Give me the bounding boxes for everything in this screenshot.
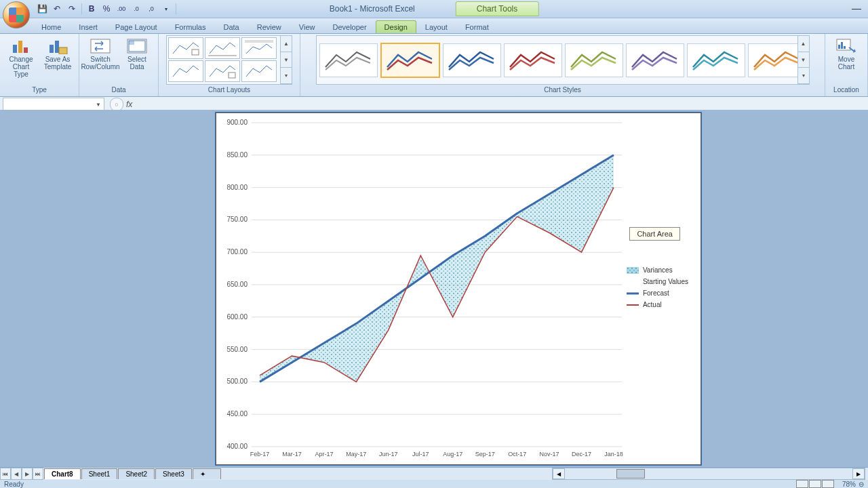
layout-thumb-5[interactable] [205, 60, 240, 82]
svg-text:Jul-17: Jul-17 [412, 451, 429, 458]
svg-rect-18 [844, 46, 846, 49]
undo-icon[interactable]: ↶ [52, 3, 62, 14]
sheet-tab-3[interactable]: Sheet3 [155, 468, 192, 479]
chart-legend[interactable]: Variances Starting Values Forecast Actua… [627, 266, 688, 312]
group-data: Switch Row/Column Select Data Data [79, 34, 159, 96]
sheet-tab-chart8[interactable]: Chart8 [44, 468, 81, 479]
tab-data[interactable]: Data [214, 20, 248, 33]
style-thumb-4[interactable] [504, 43, 562, 77]
sheet-tab-1[interactable]: Sheet1 [81, 468, 118, 479]
svg-rect-0 [13, 45, 17, 53]
style-thumb-5[interactable] [565, 43, 623, 77]
move-chart-button[interactable]: Move Chart [829, 37, 863, 72]
workspace: 400.00450.00500.00550.00600.00650.00700.… [0, 110, 868, 468]
tab-review[interactable]: Review [248, 20, 290, 33]
tab-layout[interactable]: Layout [416, 20, 456, 33]
svg-rect-17 [841, 42, 843, 49]
save-template-button[interactable]: Save As Template [41, 37, 75, 72]
actual-swatch-icon [627, 302, 639, 308]
switch-icon [90, 38, 111, 54]
legend-item-actual[interactable]: Actual [627, 301, 688, 308]
switch-row-column-button[interactable]: Switch Row/Column [83, 37, 117, 72]
chart-layouts-gallery[interactable]: ▲▼▾ [166, 35, 292, 85]
select-data-button[interactable]: Select Data [120, 37, 154, 72]
bold-icon[interactable]: B [86, 3, 97, 14]
percent-icon[interactable]: % [101, 3, 112, 14]
legend-item-variances[interactable]: Variances [627, 266, 688, 274]
legend-item-starting[interactable]: Starting Values [627, 278, 688, 285]
fx-icon[interactable]: fx [126, 100, 132, 109]
styles-scroll[interactable]: ▲▼▾ [797, 36, 809, 84]
scroll-right-icon[interactable]: ▶ [852, 468, 865, 479]
layouts-scroll[interactable]: ▲▼▾ [280, 36, 292, 84]
svg-text:Sep-17: Sep-17 [475, 451, 495, 458]
style-thumb-6[interactable] [626, 43, 684, 77]
layout-thumb-1[interactable] [168, 37, 203, 59]
group-data-label: Data [111, 85, 125, 95]
tab-page-layout[interactable]: Page Layout [106, 20, 166, 33]
increase-decimal-icon[interactable]: .00 [116, 3, 127, 14]
style-thumb-1[interactable] [319, 43, 378, 77]
sheet-nav-buttons[interactable]: ⏮◀▶⏭ [0, 468, 43, 480]
decrease-decimal-icon[interactable]: .0 [131, 3, 142, 14]
comma-icon[interactable]: ,0 [146, 3, 157, 14]
zoom-out-icon[interactable]: ⊖ [859, 481, 864, 488]
svg-text:800.00: 800.00 [226, 184, 248, 191]
tab-view[interactable]: View [290, 20, 324, 33]
style-thumb-7[interactable] [687, 43, 745, 77]
svg-rect-16 [838, 45, 840, 49]
chart-tooltip: Chart Area [629, 227, 680, 241]
group-type-label: Type [32, 85, 47, 95]
new-sheet-button[interactable]: ✦ [193, 468, 221, 479]
cancel-formula-icon[interactable]: ○ [110, 98, 123, 111]
scroll-left-icon[interactable]: ◀ [553, 468, 565, 479]
svg-text:Nov-17: Nov-17 [540, 451, 559, 458]
tab-formulas[interactable]: Formulas [166, 20, 215, 33]
style-thumb-3[interactable] [443, 43, 501, 77]
redo-icon[interactable]: ↷ [66, 3, 77, 14]
qat-dropdown-icon[interactable]: ▾ [161, 3, 172, 14]
chart-object[interactable]: 400.00450.00500.00550.00600.00650.00700.… [216, 113, 701, 465]
group-chart-layouts: ▲▼▾ Chart Layouts [159, 34, 300, 96]
layout-thumb-6[interactable] [241, 60, 277, 82]
legend-item-forecast[interactable]: Forecast [627, 289, 688, 297]
zoom-level[interactable]: 78% [842, 481, 856, 488]
svg-text:Jun-17: Jun-17 [379, 451, 398, 458]
tab-format[interactable]: Format [456, 20, 498, 33]
group-chart-styles: ▲▼▾ Chart Styles [300, 34, 825, 96]
svg-rect-6 [59, 47, 67, 54]
office-button[interactable] [3, 1, 30, 28]
svg-rect-14 [229, 73, 235, 78]
group-styles-label: Chart Styles [544, 85, 580, 95]
forecast-swatch-icon [627, 290, 639, 297]
tab-home[interactable]: Home [33, 20, 70, 33]
svg-rect-1 [18, 41, 22, 53]
svg-text:Apr-17: Apr-17 [315, 451, 333, 458]
sheet-tab-2[interactable]: Sheet2 [118, 468, 155, 479]
name-box-dropdown-icon[interactable]: ▼ [96, 102, 101, 108]
save-icon[interactable]: 💾 [37, 3, 47, 14]
svg-rect-13 [245, 40, 273, 43]
horizontal-scrollbar[interactable]: ◀ ▶ [552, 468, 865, 480]
view-buttons[interactable] [796, 480, 834, 488]
name-box[interactable]: ▼ [3, 98, 104, 111]
style-thumb-2[interactable] [380, 43, 440, 78]
tab-developer[interactable]: Developer [323, 20, 375, 33]
tab-insert[interactable]: Insert [70, 20, 106, 33]
tab-design[interactable]: Design [376, 20, 416, 33]
svg-text:Feb-17: Feb-17 [250, 451, 270, 458]
move-chart-icon [835, 38, 857, 54]
layout-thumb-2[interactable] [205, 37, 240, 59]
chart-styles-gallery[interactable]: ▲▼▾ [316, 35, 810, 85]
svg-text:Aug-17: Aug-17 [443, 451, 462, 458]
svg-text:450.00: 450.00 [226, 410, 248, 418]
svg-rect-2 [24, 47, 28, 53]
layout-thumb-3[interactable] [241, 37, 277, 59]
svg-text:700.00: 700.00 [226, 248, 248, 256]
group-location: Move Chart Location [825, 34, 868, 96]
svg-text:850.00: 850.00 [226, 151, 248, 159]
layout-thumb-4[interactable] [168, 60, 203, 82]
minimize-button[interactable]: — [852, 3, 861, 14]
change-chart-type-button[interactable]: Change Chart Type [4, 37, 38, 79]
starting-swatch-icon [627, 279, 639, 285]
